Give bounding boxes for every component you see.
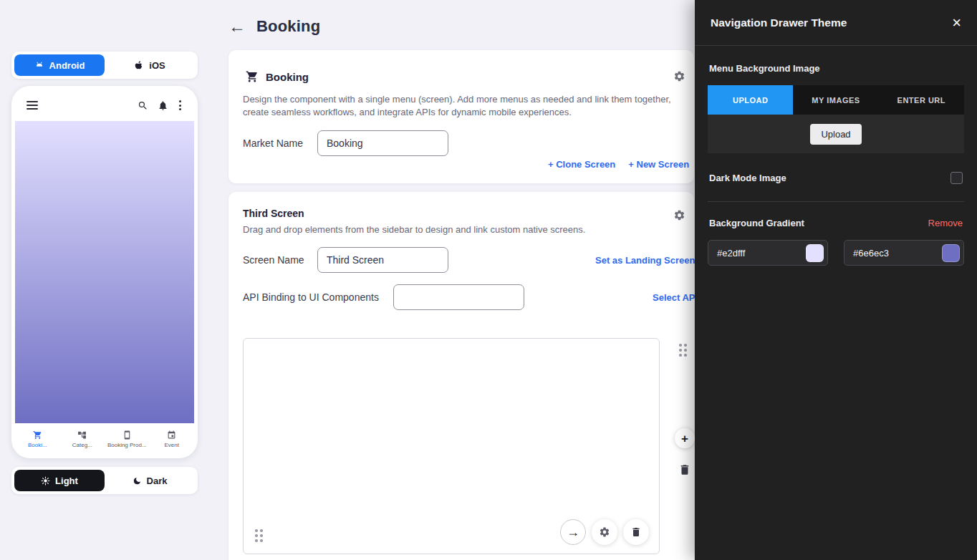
nav-item-label: Booking Prod... — [107, 442, 147, 448]
page-header: ← Booking — [228, 17, 320, 36]
panel-header: Navigation Drawer Theme × — [695, 0, 977, 46]
close-icon[interactable]: × — [952, 15, 961, 31]
apple-icon — [134, 60, 144, 70]
dark-mode-image-label: Dark Mode Image — [709, 173, 786, 183]
kebab-menu-icon[interactable] — [178, 100, 183, 111]
trash-icon — [678, 463, 691, 476]
nav-item-event[interactable]: Event — [150, 430, 195, 448]
navigate-button[interactable]: → — [560, 519, 586, 545]
dark-mode-button[interactable]: Dark — [105, 470, 195, 491]
ios-toggle-button[interactable]: iOS — [105, 54, 195, 76]
gear-icon — [673, 70, 685, 82]
light-mode-button[interactable]: Light — [14, 470, 105, 491]
third-screen-card: Third Screen Drag and drop elements from… — [228, 192, 694, 560]
select-api-link[interactable]: Select API — [653, 292, 698, 303]
booking-card-description: Design the component with a single menu … — [243, 93, 684, 119]
gear-icon — [599, 526, 610, 538]
menu-background-label: Menu Background Image — [709, 63, 964, 74]
tab-upload[interactable]: UPLOAD — [708, 85, 793, 115]
market-name-input[interactable] — [317, 130, 448, 156]
tab-my-images[interactable]: MY IMAGES — [793, 85, 878, 115]
add-section-button[interactable]: + — [675, 428, 695, 448]
screen-action-links: + Clone Screen + New Screen — [548, 159, 689, 170]
background-gradient-label: Background Gradient — [709, 218, 804, 228]
screen-name-input[interactable] — [317, 247, 448, 273]
navigation-drawer-theme-panel: Navigation Drawer Theme × Menu Backgroun… — [695, 0, 977, 560]
gradient-swatch-2[interactable] — [942, 244, 960, 262]
nav-item-booking-product[interactable]: Booking Prod... — [105, 430, 150, 448]
canvas-delete-button[interactable] — [623, 519, 649, 545]
screen-name-label: Screen Name — [243, 254, 304, 266]
upload-area: Upload — [708, 115, 964, 153]
panel-title: Navigation Drawer Theme — [711, 16, 847, 29]
dark-mode-image-checkbox[interactable] — [950, 172, 963, 184]
nav-item-label: Categ... — [72, 442, 92, 448]
gradient-color-input-1[interactable]: #e2dfff — [708, 240, 828, 266]
bell-icon[interactable] — [158, 100, 168, 111]
screen-canvas[interactable]: → — [243, 338, 660, 554]
new-screen-link[interactable]: + New Screen — [628, 159, 689, 170]
nav-item-booking[interactable]: Booki... — [15, 430, 60, 448]
phone-screen[interactable] — [15, 121, 194, 423]
booking-card-header: Booking — [246, 70, 309, 83]
sun-icon — [41, 476, 50, 486]
screen-card-settings-button[interactable] — [673, 209, 685, 221]
app-builder-screen: Android iOS Booki... — [0, 0, 977, 560]
theme-toggle: Light Dark — [11, 467, 198, 494]
booking-card-settings-button[interactable] — [673, 70, 685, 82]
booking-component-card: Booking Design the component with a sing… — [228, 50, 694, 183]
calendar-icon — [167, 430, 176, 440]
back-button[interactable]: ← — [228, 18, 246, 35]
phone-bottom-nav: Booki... Categ... Booking Prod... Event — [15, 423, 194, 455]
upload-button[interactable]: Upload — [810, 124, 861, 145]
market-name-label: Market Name — [243, 137, 303, 149]
api-binding-label: API Binding to UI Components — [243, 291, 379, 303]
android-toggle-button[interactable]: Android — [14, 54, 105, 76]
gradient-color-inputs: #e2dfff #6e6ec3 — [708, 240, 964, 266]
gradient-color-value-2: #6e6ec3 — [853, 248, 889, 259]
phone-appbar — [15, 90, 194, 121]
phone-preview: Booki... Categ... Booking Prod... Event — [11, 86, 198, 458]
hamburger-menu-icon[interactable] — [27, 101, 38, 110]
booking-card-title: Booking — [266, 71, 309, 83]
smartphone-icon — [122, 430, 132, 440]
set-landing-screen-link[interactable]: Set as Landing Screen — [595, 255, 695, 266]
dark-mode-image-row: Dark Mode Image — [708, 172, 964, 202]
category-icon — [77, 430, 87, 440]
tab-enter-url[interactable]: ENTER URL — [879, 85, 964, 115]
nav-item-label: Booki... — [28, 442, 47, 448]
screen-card-description: Drag and drop elements from the sidebar … — [243, 223, 684, 236]
cart-icon — [33, 430, 42, 440]
phone-screen-frame: Booki... Categ... Booking Prod... Event — [15, 90, 194, 455]
background-gradient-row: Background Gradient Remove — [708, 218, 964, 228]
gradient-color-input-2[interactable]: #6e6ec3 — [844, 240, 964, 266]
android-icon — [34, 60, 44, 70]
light-mode-label: Light — [55, 475, 78, 486]
nav-item-category[interactable]: Categ... — [60, 430, 105, 448]
nav-item-label: Event — [165, 442, 179, 448]
moon-icon — [133, 476, 142, 486]
appbar-actions — [138, 100, 183, 111]
gradient-swatch-1[interactable] — [806, 244, 824, 262]
ios-toggle-label: iOS — [149, 60, 165, 71]
gradient-color-value-1: #e2dfff — [717, 248, 745, 259]
trash-icon — [630, 526, 642, 538]
delete-section-button[interactable] — [678, 463, 691, 476]
canvas-actions: → — [560, 519, 649, 545]
dark-mode-button-label: Dark — [147, 475, 168, 486]
api-binding-input[interactable] — [393, 284, 524, 310]
platform-toggle: Android iOS — [11, 52, 198, 79]
page-title: Booking — [256, 17, 320, 36]
screen-card-title: Third Screen — [243, 208, 304, 219]
drag-handle-icon[interactable] — [255, 529, 263, 542]
image-source-tabs: UPLOAD MY IMAGES ENTER URL — [708, 85, 964, 115]
cart-icon — [246, 70, 259, 83]
search-icon[interactable] — [138, 100, 148, 111]
android-toggle-label: Android — [49, 60, 85, 71]
panel-body: Menu Background Image UPLOAD MY IMAGES E… — [695, 46, 977, 266]
section-drag-handle-icon[interactable] — [679, 344, 687, 357]
clone-screen-link[interactable]: + Clone Screen — [548, 159, 615, 170]
gear-icon — [673, 209, 685, 221]
remove-gradient-link[interactable]: Remove — [928, 218, 963, 228]
canvas-settings-button[interactable] — [592, 519, 617, 545]
